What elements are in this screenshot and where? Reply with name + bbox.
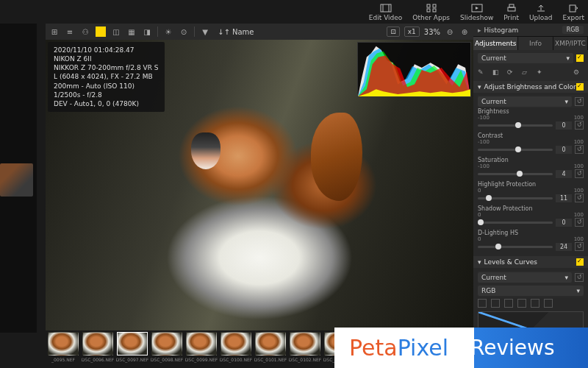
svg-rect-9 (508, 7, 515, 11)
curve-tool-icon[interactable] (478, 299, 487, 308)
slider-value[interactable]: 0 (556, 219, 572, 227)
preset-enabled-checkbox[interactable] (576, 54, 584, 62)
other-apps-button[interactable]: Other Apps (412, 3, 450, 21)
reset-button[interactable]: ↺ (575, 194, 584, 202)
zoom-1x-button[interactable]: x1 (404, 26, 420, 37)
reset-button[interactable]: ↺ (575, 145, 584, 154)
slideshow-button[interactable]: Slideshow (460, 3, 493, 21)
reset-button[interactable]: ↺ (575, 169, 584, 178)
histogram-mode-select[interactable]: RGB (562, 26, 584, 34)
edit-video-button[interactable]: Edit Video (369, 3, 403, 21)
curve-tool-icon[interactable] (517, 299, 526, 308)
compare-icon[interactable]: ◫ (111, 26, 121, 37)
curve-tool-icon[interactable] (531, 299, 539, 308)
image-viewer[interactable]: 2020/11/10 01:04:28.47 NIKON Z 6II NIKKO… (46, 40, 473, 330)
grid-view-icon[interactable]: ⊞ (49, 26, 60, 37)
tiles-icon[interactable]: ▦ (126, 26, 137, 37)
histogram-overlay (357, 42, 471, 97)
section-enabled-checkbox[interactable] (576, 83, 584, 91)
chevron-down-icon: ▾ (564, 274, 568, 281)
detail-icon[interactable]: ◨ (142, 26, 152, 37)
reset-button[interactable]: ↺ (575, 242, 584, 251)
curves-channel-select[interactable]: RGB▾ (478, 286, 584, 296)
zoom-in-button[interactable]: ⊕ (459, 26, 470, 37)
list-view-icon[interactable]: ≡ (65, 26, 75, 37)
slider[interactable] (478, 149, 553, 151)
nav-thumbnail[interactable] (0, 163, 33, 197)
slider-value[interactable]: 4 (556, 170, 572, 178)
zoom-fit-button[interactable]: ⊡ (387, 26, 400, 37)
thumb-label: DSC_0097.NEF (116, 357, 149, 362)
thumb-image (117, 332, 148, 355)
crop-icon[interactable]: ◧ (492, 68, 501, 77)
thumbnail[interactable]: DSC_0096.NEF (82, 332, 114, 367)
slider[interactable] (478, 246, 553, 248)
slider[interactable] (478, 222, 553, 224)
slider-value[interactable]: 11 (556, 194, 572, 202)
metadata-overlay: 2020/11/10 01:04:28.47 NIKON Z 6II NIKKO… (48, 42, 165, 112)
zoom-out-button[interactable]: ⊖ (445, 26, 455, 37)
curve-tool-icon[interactable] (491, 299, 500, 308)
perspective-icon[interactable]: ▱ (522, 68, 531, 77)
chevron-down-icon[interactable]: ▾ (478, 83, 481, 91)
slider-value[interactable]: 0 (556, 146, 572, 154)
upload-button[interactable]: Upload (529, 3, 553, 21)
slider-value[interactable]: 0 (556, 121, 572, 130)
thumb-label: DSC_0096.NEF (82, 357, 115, 362)
reset-button[interactable]: ↺ (575, 121, 584, 130)
thumb-label: DSC_0100.NEF (220, 357, 253, 362)
tab-xmp-iptc[interactable]: XMP/IPTC (553, 37, 588, 50)
chevron-down-icon: ▾ (576, 287, 580, 294)
curves-preset-select[interactable]: Current▾ (478, 272, 572, 283)
reset-button[interactable]: ↺ (575, 218, 584, 227)
svg-rect-6 (433, 9, 436, 12)
chevron-down-icon: ▾ (564, 98, 568, 105)
histogram-title: Histogram (484, 26, 519, 34)
svg-rect-5 (427, 9, 430, 12)
brush-icon[interactable]: ✦ (537, 68, 545, 77)
eyedropper-icon[interactable]: ✎ (478, 68, 487, 77)
thumbnail[interactable]: _0095.NEF (47, 332, 79, 367)
brightness-preset-select[interactable]: Current▾ (478, 96, 572, 107)
straighten-icon[interactable]: ⟳ (507, 68, 516, 77)
slider[interactable] (478, 173, 553, 175)
adjustments-panel: ▸ Histogram RGB Adjustments Info XMP/IPT… (473, 24, 588, 368)
focus-point-icon[interactable]: ⊙ (179, 26, 189, 37)
apps-icon (426, 3, 437, 13)
thumbnail[interactable]: DSC_0099.NEF (185, 332, 218, 367)
highlight-icon[interactable]: ☀ (163, 26, 173, 37)
label-color-icon[interactable] (96, 26, 106, 37)
curve-tool-icon[interactable] (544, 299, 553, 308)
reset-button[interactable]: ↺ (575, 97, 584, 106)
export-icon (567, 3, 579, 13)
chevron-right-icon[interactable]: ▸ (478, 26, 481, 34)
banner-tag: Reviews (470, 336, 555, 360)
thumbnail[interactable]: DSC_0097.NEF (116, 332, 148, 367)
filter-icon[interactable]: ▼ (200, 26, 210, 37)
person-icon[interactable]: ⚇ (80, 26, 90, 37)
thumbnail[interactable]: DSC_0102.NEF (289, 332, 321, 367)
tab-adjustments[interactable]: Adjustments (473, 37, 518, 50)
thumbnail[interactable]: DSC_0098.NEF (151, 332, 183, 367)
thumb-label: DSC_0101.NEF (254, 357, 287, 362)
thumb-label: DSC_0099.NEF (185, 357, 218, 362)
watermark-banner: PetaPixel Reviews (334, 328, 588, 368)
slider[interactable] (478, 124, 553, 127)
thumb-image (255, 332, 286, 355)
sort-control[interactable]: ↓↑ Name (218, 28, 254, 36)
reset-button[interactable]: ↺ (575, 273, 584, 282)
export-button[interactable]: Export (563, 3, 584, 21)
film-icon (380, 3, 392, 13)
thumbnail[interactable]: DSC_0101.NEF (254, 332, 287, 367)
curve-tool-icon[interactable] (504, 299, 513, 308)
print-button[interactable]: Print (503, 3, 519, 21)
slider[interactable] (478, 197, 553, 199)
slider-value[interactable]: 24 (556, 243, 572, 251)
tab-info[interactable]: Info (518, 37, 553, 50)
section-enabled-checkbox[interactable] (576, 258, 584, 266)
thumbnail[interactable]: DSC_0100.NEF (220, 332, 252, 367)
gear-icon[interactable]: ⚙ (573, 68, 584, 79)
svg-marker-8 (476, 7, 478, 10)
preset-select[interactable]: Current▾ (478, 53, 573, 63)
chevron-down-icon[interactable]: ▾ (478, 258, 481, 266)
